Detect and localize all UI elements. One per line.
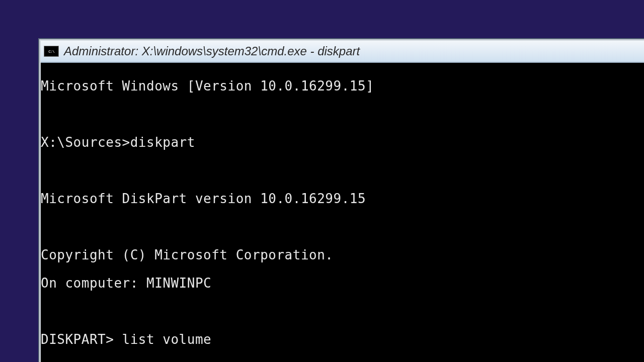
cmd-window: C:\ Administrator: X:\windows\system32\c… [39,39,644,362]
console-line: DISKPART> list volume [41,332,644,346]
console-line: X:\Sources>diskpart [41,135,644,149]
console-output[interactable]: Microsoft Windows [Version 10.0.16299.15… [41,63,644,362]
window-title: Administrator: X:\windows\system32\cmd.e… [64,44,360,58]
console-line [41,163,644,177]
console-line: Microsoft DiskPart version 10.0.16299.15 [41,192,644,206]
console-line [41,220,644,234]
titlebar[interactable]: C:\ Administrator: X:\windows\system32\c… [41,41,644,63]
console-line: On computer: MINWINPC [41,276,644,290]
console-line: Copyright (C) Microsoft Corporation. [41,248,644,262]
cmd-icon-glyph: C:\ [48,49,54,54]
console-line [41,107,644,121]
cmd-system-menu-icon[interactable]: C:\ [44,46,59,57]
console-line [41,304,644,318]
console-line: Microsoft Windows [Version 10.0.16299.15… [41,79,644,93]
